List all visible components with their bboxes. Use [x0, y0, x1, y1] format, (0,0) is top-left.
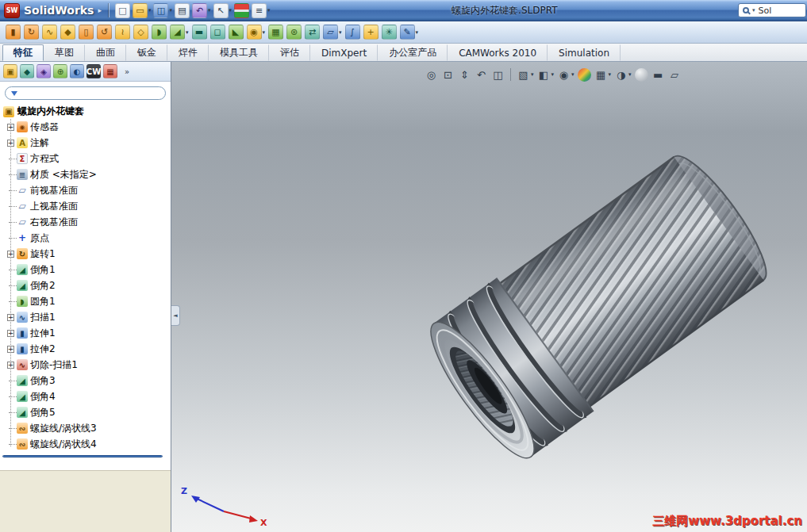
chamfer-icon[interactable]: ◢ — [169, 24, 190, 41]
expand-toggle-icon[interactable] — [7, 171, 14, 178]
rib-icon[interactable]: ▬ — [191, 24, 208, 41]
expand-toggle-icon[interactable] — [7, 425, 14, 432]
tree-item[interactable]: 倒角3 — [0, 373, 171, 388]
lofted-boss-icon[interactable]: ◆ — [60, 24, 76, 41]
hole-wizard-icon[interactable]: ◉ — [246, 24, 267, 41]
instant3d-icon[interactable]: + — [363, 24, 379, 41]
search-input[interactable]: Sol — [759, 6, 772, 16]
view-settings-icon[interactable]: ◑ — [613, 66, 632, 83]
camworks-operation-tree-tab-icon[interactable]: ▦ — [102, 63, 118, 80]
shell-icon[interactable]: ◻ — [209, 24, 226, 41]
tree-item[interactable]: 扫描1 — [0, 309, 171, 325]
tree-filter-input[interactable] — [21, 88, 159, 98]
expand-toggle-icon[interactable] — [7, 266, 14, 274]
save-icon[interactable]: ◫ — [152, 2, 173, 19]
expand-toggle-icon[interactable] — [7, 235, 14, 242]
view-orientation-icon[interactable]: ▧ — [516, 66, 535, 83]
tree-item[interactable]: 倒角5 — [0, 404, 171, 420]
zoom-fit-icon[interactable]: ◎ — [424, 66, 439, 83]
expand-toggle-icon[interactable] — [7, 314, 14, 321]
expand-toggle-icon[interactable] — [7, 298, 14, 305]
curves-icon[interactable]: ∫ — [344, 24, 361, 41]
tree-item[interactable]: 倒角4 — [0, 388, 171, 404]
section-view-icon[interactable]: ◫ — [490, 66, 505, 83]
graphics-area[interactable]: ◎ ⊡ ⇕ ↶ ◫ ▧ ◧ — [171, 62, 807, 532]
tab-weldments[interactable]: 焊件 — [167, 44, 209, 61]
tree-item[interactable]: 切除-扫描1 — [0, 357, 171, 373]
reference-geometry-icon[interactable]: ▱ — [322, 24, 343, 41]
zoom-in-out-icon[interactable]: ⇕ — [457, 66, 472, 83]
tree-item[interactable]: 方程式 — [0, 151, 171, 166]
tree-item[interactable]: 拉伸2 — [0, 341, 171, 357]
tab-features[interactable]: 特征 — [2, 44, 44, 61]
tab-surfaces[interactable]: 曲面 — [85, 44, 126, 61]
tab-simulation[interactable]: Simulation — [548, 44, 621, 61]
expand-toggle-icon[interactable] — [7, 155, 14, 163]
tree-item[interactable]: 注解 — [0, 135, 171, 151]
expand-toggle-icon[interactable] — [7, 377, 14, 385]
tree-item[interactable]: 倒角2 — [0, 277, 171, 293]
tab-dimxpert[interactable]: DimXpert — [310, 44, 378, 61]
mirror-icon[interactable]: ⇄ — [304, 24, 321, 41]
shadows-icon[interactable]: ▬ — [651, 66, 666, 83]
new-document-icon[interactable]: □ — [114, 2, 131, 19]
measure-icon[interactable]: ✳ — [381, 24, 398, 41]
tab-sheet-metal[interactable]: 钣金 — [126, 44, 167, 61]
rebuild-icon[interactable] — [233, 2, 250, 19]
previous-view-icon[interactable]: ↶ — [474, 66, 489, 83]
expand-toggle-icon[interactable] — [7, 187, 14, 194]
panel-collapse-button[interactable]: ◄ — [171, 305, 180, 326]
display-style-icon[interactable]: ◧ — [536, 66, 555, 83]
panel-tabs-overflow-icon[interactable]: » — [119, 63, 135, 80]
expand-toggle-icon[interactable] — [7, 441, 14, 448]
draft-icon[interactable]: ◣ — [228, 24, 244, 41]
tree-item[interactable]: 螺旋线/涡状线4 — [0, 436, 171, 452]
tab-office-products[interactable]: 办公室产品 — [378, 44, 448, 61]
tab-mold-tools[interactable]: 模具工具 — [209, 44, 269, 61]
expand-toggle-icon[interactable] — [7, 330, 14, 337]
displaymanager-tab-icon[interactable]: ◐ — [69, 63, 85, 80]
expand-toggle-icon[interactable] — [7, 219, 14, 226]
tree-item[interactable]: 上视基准面 — [0, 198, 171, 214]
tree-root-item[interactable]: 螺旋内外花键套 — [0, 104, 171, 119]
circular-pattern-icon[interactable]: ⊛ — [286, 24, 302, 41]
print-icon[interactable]: ▤ — [174, 2, 190, 19]
extruded-boss-icon[interactable]: ▮ — [5, 24, 21, 41]
tree-item[interactable]: 传感器 — [0, 119, 171, 135]
menu-expand-icon[interactable]: ▸ — [98, 6, 102, 14]
revolved-boss-icon[interactable]: ↻ — [23, 24, 40, 41]
camworks-feature-tree-tab-icon[interactable]: CW — [86, 63, 102, 80]
swept-boss-icon[interactable]: ∿ — [41, 24, 58, 41]
sketch-icon[interactable]: ✎ — [399, 24, 420, 41]
lofted-cut-icon[interactable]: ◇ — [133, 24, 149, 41]
realview-icon[interactable]: ● — [634, 66, 649, 83]
search-box[interactable]: ▾ Sol — [738, 3, 806, 17]
perspective-icon[interactable]: ▱ — [667, 66, 682, 83]
tree-item[interactable]: 拉伸1 — [0, 325, 171, 341]
featuremanager-tab-icon[interactable]: ▣ — [2, 63, 18, 80]
dimxpertmanager-tab-icon[interactable]: ⊕ — [52, 63, 68, 80]
open-icon[interactable]: ▭ — [132, 2, 152, 19]
tree-item[interactable]: 旋转1 — [0, 246, 171, 262]
swept-cut-icon[interactable]: ≀ — [114, 24, 131, 41]
linear-pattern-icon[interactable]: ▦ — [267, 24, 284, 41]
tree-filter[interactable] — [5, 86, 166, 100]
propertymanager-tab-icon[interactable]: ◆ — [19, 63, 35, 80]
expand-toggle-icon[interactable] — [7, 124, 14, 131]
expand-toggle-icon[interactable] — [7, 282, 14, 289]
configurationmanager-tab-icon[interactable]: ◈ — [36, 63, 52, 80]
apply-scene-icon[interactable]: ▦ — [594, 66, 613, 83]
expand-toggle-icon[interactable] — [7, 393, 14, 400]
tree-item[interactable]: 螺旋线/涡状线3 — [0, 420, 171, 436]
tree-item[interactable]: 材质 <未指定> — [0, 166, 171, 182]
tab-sketch[interactable]: 草图 — [44, 44, 85, 61]
tree-item[interactable]: 右视基准面 — [0, 214, 171, 230]
extruded-cut-icon[interactable]: ▯ — [78, 24, 94, 41]
tree-item[interactable]: 倒角1 — [0, 262, 171, 277]
options-icon[interactable]: ≡ — [251, 2, 271, 19]
solidworks-logo-icon[interactable]: SW — [4, 3, 20, 18]
expand-toggle-icon[interactable] — [7, 251, 14, 258]
search-scope-dropdown-icon[interactable]: ▾ — [752, 7, 755, 13]
expand-toggle-icon[interactable] — [7, 346, 14, 353]
zoom-area-icon[interactable]: ⊡ — [440, 66, 455, 83]
